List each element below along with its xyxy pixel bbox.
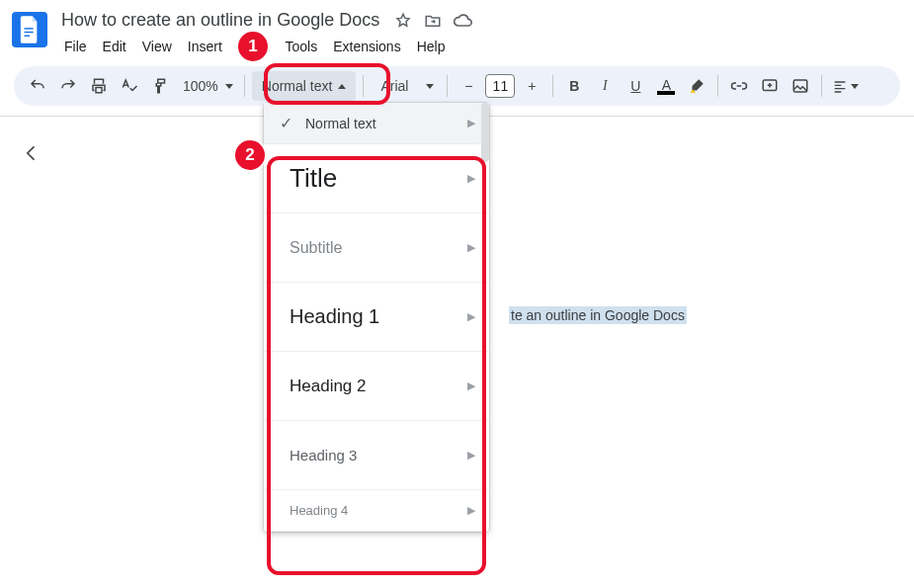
chevron-down-icon — [426, 84, 434, 89]
paragraph-styles-menu[interactable]: ✓Normal text▶Title▶Subtitle▶Heading 1▶He… — [264, 103, 489, 532]
document-title[interactable]: How to create an outline in Google Docs — [57, 8, 383, 33]
style-option-label: Title — [290, 163, 337, 194]
insert-image-button[interactable] — [787, 72, 814, 100]
menu-file[interactable]: File — [57, 35, 94, 58]
star-icon[interactable] — [393, 11, 413, 31]
submenu-arrow-icon: ▶ — [467, 449, 475, 462]
menu-extensions[interactable]: Extensions — [326, 35, 407, 58]
insert-link-button[interactable] — [725, 72, 753, 100]
add-comment-button[interactable] — [756, 72, 784, 100]
header: How to create an outline in Google Docs … — [0, 0, 914, 58]
title-menu-area: How to create an outline in Google Docs … — [57, 8, 902, 58]
submenu-arrow-icon: ▶ — [467, 310, 475, 323]
paragraph-styles-dropdown[interactable]: Normal text — [252, 71, 357, 101]
chevron-down-icon — [851, 84, 859, 89]
style-option[interactable]: Heading 3▶ — [264, 421, 489, 490]
collapse-outline-button[interactable] — [18, 139, 45, 167]
cloud-status-icon[interactable] — [453, 11, 472, 31]
document-selected-text: te an outline in Google Docs — [509, 306, 687, 324]
separator — [363, 75, 364, 97]
text-color-button[interactable]: A — [652, 72, 680, 100]
svg-rect-2 — [25, 36, 31, 37]
svg-rect-0 — [25, 28, 34, 29]
svg-rect-1 — [25, 32, 34, 33]
font-size-input[interactable]: 11 — [485, 74, 515, 98]
submenu-arrow-icon: ▶ — [467, 379, 475, 392]
style-option-label: Heading 4 — [290, 503, 348, 518]
font-label: Arial — [380, 78, 408, 94]
menu-view[interactable]: View — [135, 35, 179, 58]
style-option[interactable]: Heading 2▶ — [264, 352, 489, 421]
font-size-decrease[interactable]: − — [455, 72, 482, 100]
style-option-label: Heading 2 — [290, 377, 367, 396]
redo-button[interactable] — [54, 72, 82, 100]
style-option[interactable]: Heading 1▶ — [264, 283, 489, 352]
style-option[interactable]: Heading 4▶ — [264, 490, 489, 532]
submenu-arrow-icon: ▶ — [467, 504, 475, 517]
bold-button[interactable]: B — [560, 72, 588, 100]
menu-tools[interactable]: Tools — [278, 35, 324, 58]
style-option[interactable]: ✓Normal text▶ — [264, 103, 489, 144]
menu-help[interactable]: Help — [410, 35, 453, 58]
zoom-dropdown[interactable]: 100% — [177, 72, 237, 100]
styles-label: Normal text — [262, 78, 333, 94]
annotation-badge-2: 2 — [235, 140, 265, 170]
font-family-dropdown[interactable]: Arial — [371, 72, 440, 100]
text-color-swatch — [657, 91, 675, 95]
document-page[interactable] — [126, 126, 858, 588]
style-option-label: Subtitle — [290, 239, 342, 257]
separator — [821, 75, 822, 97]
submenu-arrow-icon: ▶ — [467, 241, 475, 254]
zoom-value: 100% — [181, 78, 220, 94]
font-size-increase[interactable]: + — [518, 72, 545, 100]
separator — [244, 75, 245, 97]
highlight-color-button[interactable] — [683, 72, 710, 100]
separator — [447, 75, 448, 97]
dropdown-scrollbar[interactable] — [481, 103, 489, 532]
style-option-label: Normal text — [305, 116, 376, 131]
style-option[interactable]: Subtitle▶ — [264, 213, 489, 283]
align-dropdown[interactable] — [829, 72, 862, 100]
print-button[interactable] — [85, 72, 113, 100]
title-row: How to create an outline in Google Docs — [57, 8, 902, 33]
menu-edit[interactable]: Edit — [96, 35, 133, 58]
scrollbar-thumb[interactable] — [481, 103, 489, 162]
chevron-up-icon — [338, 84, 346, 89]
style-option[interactable]: Title▶ — [264, 144, 489, 213]
style-option-label: Heading 3 — [290, 447, 357, 463]
italic-button[interactable]: I — [591, 72, 619, 100]
submenu-arrow-icon: ▶ — [467, 172, 475, 185]
toolbar: 100% Normal text Arial − 11 + B I U A — [14, 66, 900, 106]
annotation-badge-1: 1 — [238, 32, 268, 61]
style-option-label: Heading 1 — [290, 305, 379, 328]
chevron-down-icon — [225, 84, 233, 89]
spellcheck-button[interactable] — [116, 72, 143, 100]
menu-insert[interactable]: Insert — [181, 35, 229, 58]
submenu-arrow-icon: ▶ — [467, 117, 475, 129]
separator — [717, 75, 718, 97]
menu-bar: File Edit View Insert at Tools Extension… — [57, 35, 902, 58]
move-folder-icon[interactable] — [423, 11, 443, 31]
docs-logo-icon[interactable] — [12, 12, 47, 47]
undo-button[interactable] — [24, 72, 51, 100]
separator — [552, 75, 553, 97]
paint-format-button[interactable] — [146, 72, 174, 100]
checkmark-icon: ✓ — [278, 114, 293, 132]
underline-button[interactable]: U — [622, 72, 649, 100]
